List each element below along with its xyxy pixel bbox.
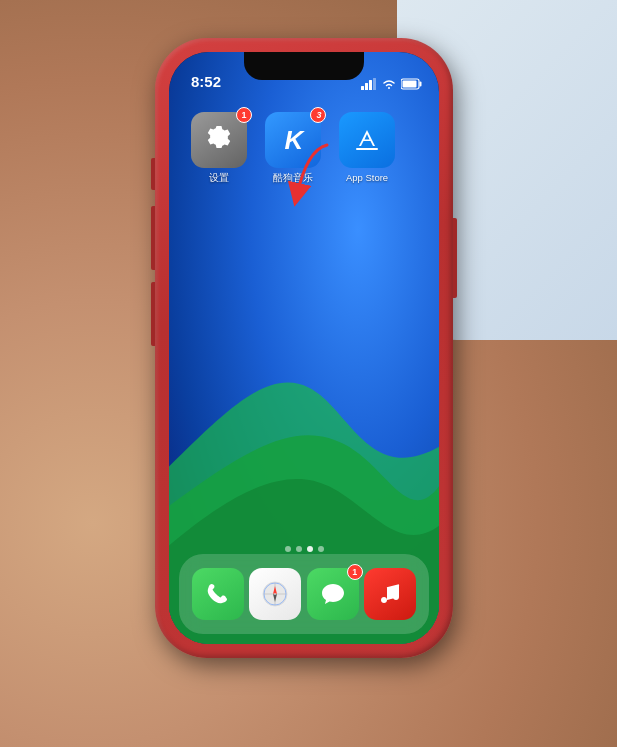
battery-icon	[401, 78, 423, 90]
gear-svg	[203, 124, 235, 156]
svg-rect-1	[365, 83, 368, 90]
dock: 1	[179, 554, 429, 634]
music-icon	[376, 580, 404, 608]
svg-rect-6	[403, 81, 417, 88]
red-arrow	[277, 140, 337, 210]
wifi-icon	[382, 78, 396, 90]
scene: 8:52	[0, 0, 617, 747]
status-icons	[361, 78, 423, 90]
power-button[interactable]	[453, 218, 457, 298]
page-dot-4	[318, 546, 324, 552]
dock-music[interactable]	[364, 568, 416, 620]
arrow-annotation	[277, 140, 337, 214]
appstore-label: App Store	[337, 172, 397, 183]
app-item-settings[interactable]: 1 设置	[189, 112, 249, 183]
dock-phone[interactable]	[192, 568, 244, 620]
appstore-icon[interactable]	[339, 112, 395, 168]
svg-rect-2	[369, 80, 372, 90]
notch	[244, 52, 364, 80]
svg-rect-5	[420, 82, 422, 87]
messages-icon	[319, 580, 347, 608]
settings-label: 设置	[189, 172, 249, 183]
mute-button[interactable]	[151, 158, 155, 190]
svg-rect-3	[373, 78, 376, 90]
volume-up-button[interactable]	[151, 206, 155, 270]
safari-icon	[261, 580, 289, 608]
page-dots	[169, 546, 439, 552]
phone-screen: 8:52	[169, 52, 439, 644]
phone-body: 8:52	[155, 38, 453, 658]
dock-messages[interactable]: 1	[307, 568, 359, 620]
kugou-badge: 3	[310, 107, 326, 123]
settings-badge: 1	[236, 107, 252, 123]
phone-icon	[204, 580, 232, 608]
page-dot-3	[307, 546, 313, 552]
page-dot-1	[285, 546, 291, 552]
volume-down-button[interactable]	[151, 282, 155, 346]
settings-icon[interactable]: 1	[191, 112, 247, 168]
svg-rect-0	[361, 86, 364, 90]
signal-icon	[361, 78, 377, 90]
appstore-svg	[351, 124, 383, 156]
dock-safari[interactable]	[249, 568, 301, 620]
page-dot-2	[296, 546, 302, 552]
messages-badge: 1	[347, 564, 363, 580]
app-item-appstore[interactable]: App Store	[337, 112, 397, 183]
